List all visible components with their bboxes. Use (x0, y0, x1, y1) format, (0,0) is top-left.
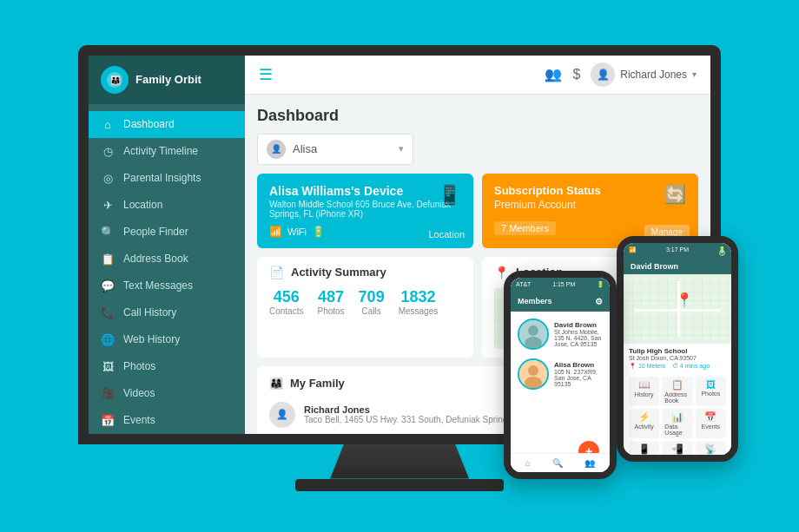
phone-left-header: Members ⚙ (511, 292, 610, 312)
dashboard-icon: ⌂ (101, 118, 115, 131)
activity-icon: ⚡ (638, 411, 650, 423)
sidebar-label-photos: Photos (123, 360, 155, 372)
sidebar-label-web-history: Web History (123, 333, 180, 345)
activity-title: Activity Summary (291, 266, 386, 279)
sidebar-item-call-history[interactable]: 📞 Call History (89, 299, 245, 326)
david-address: St Josh Dixon, CA 93507 (629, 355, 726, 361)
calls-label: Calls (362, 306, 381, 316)
david-datausage-item[interactable]: 📊 Data Usage (662, 409, 692, 438)
sidebar-item-activity-timeline[interactable]: ◷ Activity Timeline (89, 138, 245, 165)
wifi-icon: WiFi (287, 227, 307, 237)
phone-device-left: AT&T 1:15 PM 🔋 Members ⚙ (504, 271, 617, 479)
device-selector-inner: 👤 Alisa (267, 140, 317, 159)
david-addressbook-item[interactable]: 📋 Address Book (662, 377, 692, 406)
david-map-pin: 📍 (676, 292, 693, 308)
sidebar-item-dashboard[interactable]: ⌂ Dashboard (89, 111, 245, 138)
user-avatar: 👤 (591, 62, 615, 87)
phone-device-icon: 📱 (438, 184, 461, 207)
david-wifilogs-item[interactable]: 📡 WiFi Logs (696, 441, 726, 455)
wifilogs-icon: 📡 (704, 443, 716, 455)
stat-calls: 709 Calls (359, 288, 385, 316)
sidebar-item-address-book[interactable]: 📋 Address Book (89, 246, 245, 273)
members-title: Members (518, 297, 552, 305)
family-title: My Family (290, 377, 345, 390)
david-events-item[interactable]: 📅 Events (696, 409, 726, 438)
user-badge[interactable]: 👤 Richard Jones ▾ (591, 62, 697, 87)
activity-summary-card: 📄 Activity Summary 456 Contacts (257, 257, 473, 358)
whatsapp-icon: 💬 (101, 441, 115, 444)
david-location-info: Tulip High School St Josh Dixon, CA 9350… (624, 344, 731, 373)
phone-member-alisa: Alisa Brown 105 N. 237XR9, San Jose, CA … (514, 355, 606, 393)
sidebar-label-dashboard: Dashboard (123, 118, 175, 130)
sidebar-label-call-history: Call History (123, 306, 176, 319)
david-history-item[interactable]: 📖 History (629, 377, 659, 406)
david-photos-item[interactable]: 🖼 Photos (696, 377, 726, 406)
users-icon: 👥 (545, 66, 562, 82)
sidebar-label-activity-timeline: Activity Timeline (123, 145, 198, 157)
events2-icon: 📅 (704, 411, 716, 423)
device-selector[interactable]: 👤 Alisa ▾ (257, 134, 413, 165)
phone-device-right: 📶 3:17 PM 🔋 David Brown ⚙ 📍 Tulip High S… (617, 236, 738, 462)
david-phone-address: St Johns Mobile, 135 N. 4426, San Jose, … (554, 329, 603, 347)
subscription-title: Subscription Status (494, 184, 686, 197)
phone-right-screen: 📶 3:17 PM 🔋 David Brown ⚙ 📍 Tulip High S… (624, 243, 731, 455)
richard-avatar: 👤 (269, 402, 295, 428)
activity-label: Activity (635, 424, 654, 430)
sidebar-item-photos[interactable]: 🖼 Photos (89, 353, 245, 380)
sidebar-item-location[interactable]: ✈ Location (89, 192, 245, 219)
device-card-subtitle: Walton Middle School 605 Bruce Ave, Defu… (269, 200, 461, 219)
david-icons-grid: 📖 History 📋 Address Book 🖼 Photos ⚡ Acti… (624, 373, 731, 455)
addressbook-icon: 📋 (671, 379, 683, 391)
bottom-members-icon[interactable]: 👥 (584, 458, 595, 468)
david-deviceinfo-item[interactable]: 📲 Device Info (662, 441, 692, 455)
bottom-home-icon[interactable]: ⌂ (525, 458, 531, 468)
history-icon: 📖 (638, 379, 650, 391)
david-activity-item[interactable]: ⚡ Activity (629, 409, 659, 438)
device-location-label[interactable]: Location (428, 229, 465, 240)
sidebar-item-videos[interactable]: 🎥 Videos (89, 380, 245, 407)
photos2-icon: 🖼 (706, 379, 716, 390)
sidebar-item-parental-insights[interactable]: ◎ Parental Insights (89, 165, 245, 192)
david-installed-item[interactable]: 📱 Installed (629, 441, 659, 455)
events2-label: Events (702, 424, 720, 430)
datausage-icon: 📊 (671, 411, 683, 423)
sidebar-item-events[interactable]: 📅 Events (89, 407, 245, 434)
wifi-signal-icon: 📶 (269, 226, 282, 238)
sidebar-nav: ⌂ Dashboard ◷ Activity Timeline ◎ Parent… (89, 104, 245, 444)
david-place: Tulip High School (629, 347, 726, 355)
activity-timeline-icon: ◷ (101, 145, 115, 158)
stat-messages: 1832 Messages (399, 288, 439, 316)
sidebar-item-web-history[interactable]: 🌐 Web History (89, 326, 245, 353)
david-header-name: David Brown (631, 262, 724, 271)
stat-contacts: 456 Contacts (269, 288, 303, 316)
carrier-text: AT&T (516, 281, 531, 287)
monitor-base (295, 479, 504, 491)
sidebar-item-whatsapp[interactable]: 💬 WhatsApp (89, 434, 245, 444)
people-finder-icon: 🔍 (101, 226, 115, 239)
family-header-title: 👨‍👩‍👧 My Family (269, 377, 345, 390)
history-label: History (635, 391, 654, 397)
david-road-v (677, 281, 680, 337)
text-messages-icon: 💬 (101, 279, 115, 292)
deviceinfo-icon: 📲 (671, 443, 683, 455)
david-header: David Brown ⚙ (624, 257, 731, 274)
phone-left-screen: AT&T 1:15 PM 🔋 Members ⚙ (511, 278, 610, 472)
svg-point-3 (528, 325, 538, 336)
david-phone-name: David Brown (554, 321, 603, 329)
david-distance: 📍 10 Meters ⏱ 4 mins ago (629, 363, 726, 370)
address-book-icon: 📋 (101, 253, 115, 266)
sidebar-item-people-finder[interactable]: 🔍 People Finder (89, 219, 245, 246)
photos-value: 487 (318, 288, 344, 306)
sidebar-label-parental-insights: Parental Insights (123, 172, 201, 184)
installed-icon: 📱 (638, 443, 650, 455)
refresh-icon: 🔄 (664, 184, 686, 205)
time-text: 1:15 PM (552, 281, 575, 287)
page-title: Dashboard (257, 107, 698, 125)
time2-text: 3:17 PM (666, 246, 689, 253)
bottom-search-icon[interactable]: 🔍 (552, 458, 563, 468)
contacts-value: 456 (274, 288, 300, 306)
hamburger-button[interactable]: ☰ (259, 65, 273, 84)
sidebar-label-text-messages: Text Messages (123, 279, 193, 292)
sidebar-item-text-messages[interactable]: 💬 Text Messages (89, 273, 245, 299)
svg-text:👨‍👩‍👧: 👨‍👩‍👧 (110, 75, 122, 86)
